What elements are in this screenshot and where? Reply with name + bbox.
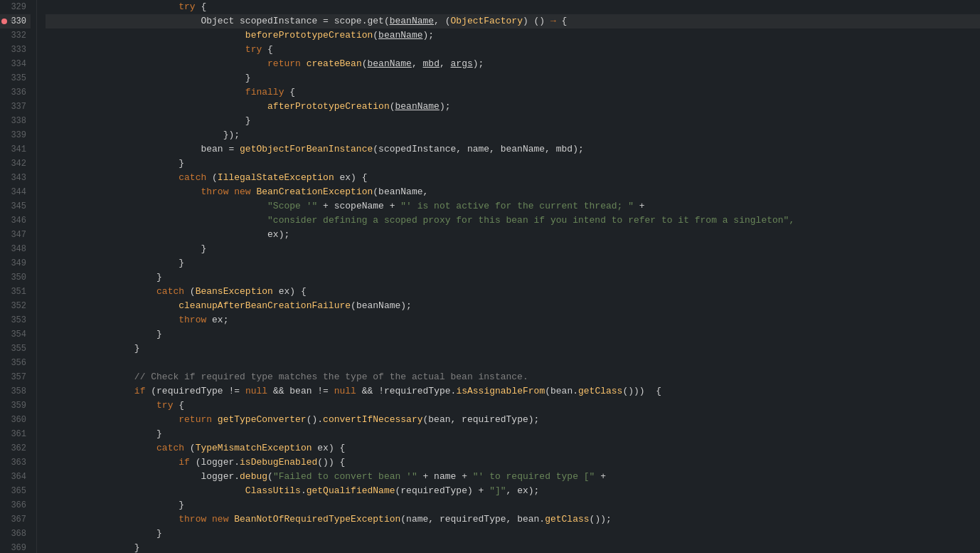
line-content: throw new BeanNotOfRequiredTypeException… [179,512,612,527]
line-content: } [156,270,162,285]
code-line-356 [46,356,980,370]
code-line-368: } [46,527,980,541]
line-number-330: +330 [0,14,31,28]
line-num-text: 361 [11,427,26,441]
indent-space [46,114,245,128]
code-line-362: catch (TypeMismatchException ex) { [46,441,980,455]
code-line-352: cleanupAfterBeanCreationFailure(beanName… [46,299,980,313]
line-content: } [134,342,140,356]
code-line-348: } [46,242,980,256]
line-num-text: 368 [11,527,26,541]
expand-icon[interactable]: + [10,14,14,28]
line-content: } [179,157,184,171]
line-number-345: 345 [0,199,31,214]
line-num-text: 362 [11,441,26,455]
line-number-363: 363 [0,455,31,470]
code-line-339: }); [46,128,980,142]
line-number-342: 342 [0,157,31,171]
indent-space [46,470,201,484]
line-content: ex); [267,228,289,242]
indent-space [46,28,245,43]
line-num-text: 344 [11,185,26,199]
line-num-text: 369 [11,541,26,553]
line-number-349: 349 [0,256,31,270]
breakpoint-dot [1,19,7,24]
line-content: } [245,114,251,128]
line-content: afterPrototypeCreation(beanName); [267,100,450,114]
line-num-text: 360 [11,413,26,427]
line-number-341: 341 [0,142,31,157]
line-content: bean = getObjectForBeanInstance(scopedIn… [201,142,583,157]
line-num-text: 342 [11,157,26,171]
line-number-353: 353 [0,313,31,327]
line-number-348: 348 [0,242,31,256]
line-number-366: 366 [0,498,31,512]
line-content: "Scope '" + scopeName + "' is not active… [267,199,645,214]
line-number-gutter: 329+330332333334335336337338339341342343… [0,0,37,553]
code-content[interactable]: try { Object scopedInstance = scope.get(… [37,0,980,553]
line-num-text: 352 [11,299,26,313]
line-content: } [245,71,251,85]
code-line-345: "Scope '" + scopeName + "' is not active… [46,199,980,214]
code-line-363: if (logger.isDebugEnabled()) { [46,455,980,470]
code-line-364: logger.debug("Failed to convert bean '" … [46,470,980,484]
code-line-351: catch (BeansException ex) { [46,285,980,299]
line-num-text: 351 [11,285,26,299]
line-number-355: 355 [0,342,31,356]
line-content: Object scopedInstance = scope.get(beanNa… [201,14,567,28]
line-num-text: 357 [11,370,26,384]
line-content: finally { [245,85,295,100]
code-line-335: } [46,71,980,85]
line-number-368: 368 [0,527,31,541]
indent-space [46,512,179,527]
line-content: try { [179,0,206,14]
indent-space [46,242,201,256]
line-number-337: 337 [0,100,31,114]
line-num-text: 348 [11,242,26,256]
code-line-333: try { [46,43,980,57]
line-number-365: 365 [0,484,31,498]
line-content: } [179,498,184,512]
indent-space [46,185,201,199]
line-content: } [156,327,162,342]
line-number-338: 338 [0,114,31,128]
line-number-361: 361 [0,427,31,441]
line-content: logger.debug("Failed to convert bean '" … [201,470,606,484]
code-line-355: } [46,342,980,356]
line-num-text: 353 [11,313,26,327]
line-content: catch (BeansException ex) { [156,285,307,299]
line-content: throw ex; [179,313,228,327]
code-line-365: ClassUtils.getQualifiedName(requiredType… [46,484,980,498]
line-number-339: 339 [0,128,31,142]
line-number-367: 367 [0,512,31,527]
indent-space [46,455,179,470]
indent-space [46,527,156,541]
indent-space [46,441,156,455]
line-num-text: 354 [11,327,26,342]
line-content: }); [223,128,240,142]
line-content: ClassUtils.getQualifiedName(requiredType… [245,484,540,498]
line-content: } [179,256,184,270]
code-line-367: throw new BeanNotOfRequiredTypeException… [46,512,980,527]
line-content: catch (IllegalStateException ex) { [179,171,367,185]
line-num-text: 355 [11,342,26,356]
line-number-335: 335 [0,71,31,85]
line-num-text: 338 [11,114,26,128]
indent-space [46,413,179,427]
line-number-329: 329 [0,0,31,14]
indent-space [46,342,134,356]
indent-space [46,484,245,498]
indent-space [46,57,267,71]
code-line-349: } [46,256,980,270]
line-content: throw new BeanCreationException(beanName… [201,185,428,199]
line-number-333: 333 [0,43,31,57]
line-num-text: 343 [11,171,26,185]
line-content: if (logger.isDebugEnabled()) { [179,455,345,470]
line-number-357: 357 [0,370,31,384]
line-number-358: 358 [0,384,31,399]
line-number-362: 362 [0,441,31,455]
code-line-361: } [46,427,980,441]
line-content: "consider defining a scoped proxy for th… [267,214,794,228]
code-line-330: Object scopedInstance = scope.get(beanNa… [46,14,980,28]
line-num-text: 349 [11,256,26,270]
